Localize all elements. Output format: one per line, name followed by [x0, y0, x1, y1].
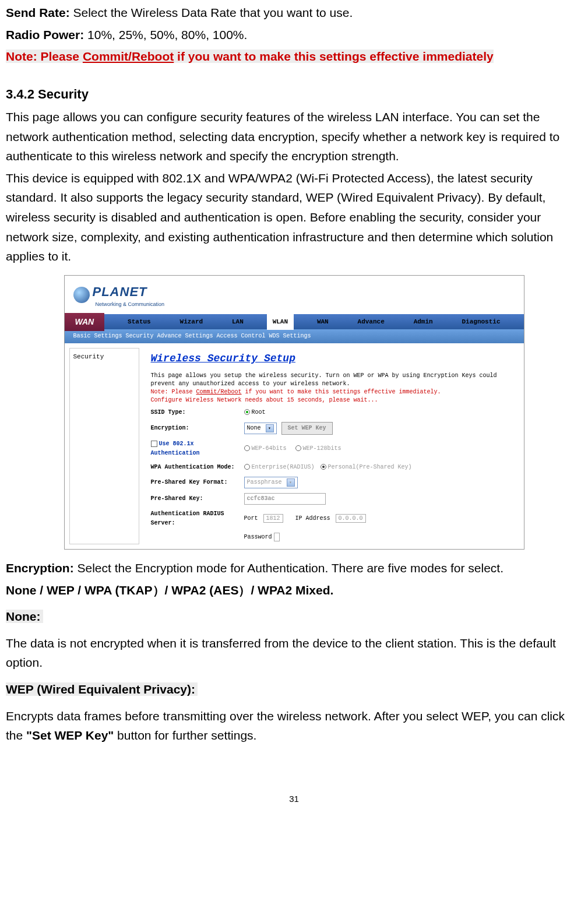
security-heading: 3.4.2 Security	[6, 84, 582, 104]
radio-icon[interactable]	[244, 464, 250, 470]
radio-power-line: Radio Power: 10%, 25%, 50%, 80%, 100%.	[6, 25, 582, 45]
brand-name: PLANET	[93, 281, 165, 302]
ssid-value: Root	[244, 408, 266, 417]
ssid-row: SSID Type: Root	[151, 408, 517, 417]
nav-status[interactable]: Status	[122, 314, 157, 330]
wpa-auth-row: WPA Authentication Mode: Enterprise(RADI…	[151, 463, 517, 472]
sidebar: Security	[69, 348, 139, 544]
wep-128: WEP-128bits	[295, 444, 341, 453]
nav-wan[interactable]: WAN	[311, 314, 335, 330]
none-text: The data is not encrypted when it is tra…	[6, 633, 582, 673]
enterprise-option: Enterprise(RADIUS)	[244, 463, 315, 472]
radio-icon[interactable]	[244, 409, 250, 415]
encryption-line: Encryption: Select the Encryption mode f…	[6, 558, 582, 578]
encryption-select[interactable]: None ▾	[244, 423, 277, 434]
nav-bar: WAN Status Wizard LAN WLAN WAN Advance A…	[65, 314, 524, 329]
wep-heading: WEP (Wired Equivalent Privacy):	[6, 680, 582, 699]
planet-logo: PLANET Networking & Communication	[73, 281, 165, 309]
note-suffix: if you want to make this settings effect…	[174, 50, 493, 63]
main-pane: Wireless Security Setup This page allows…	[144, 343, 524, 549]
radius-row: Authentication RADIUS Server: Port 1812 …	[151, 509, 517, 528]
psk-input[interactable]: ccfc83ac	[244, 493, 326, 505]
send-rate-line: Send Rate: Select the Wireless Data Rate…	[6, 3, 582, 23]
password-section: Password	[244, 533, 280, 542]
nav-items: Status Wizard LAN WLAN WAN Advance Admin…	[104, 314, 523, 330]
psk-fmt-label: Pre-Shared Key Format:	[151, 478, 244, 487]
encryption-modes: None / WEP / WPA (TKAP）/ WPA2 (AES）/ WPA…	[6, 580, 582, 600]
radio-icon[interactable]	[321, 464, 326, 470]
router-screenshot: PLANET Networking & Communication WAN St…	[64, 275, 524, 550]
wan-button[interactable]: WAN	[65, 313, 105, 330]
radio-icon[interactable]	[244, 445, 250, 451]
port-input[interactable]: 1812	[263, 514, 283, 523]
desc-warn: Configure Wireless Network needs about 1…	[151, 397, 378, 403]
nav-wizard[interactable]: Wizard	[174, 314, 209, 330]
note-prefix: Note: Please	[6, 50, 83, 63]
commit-note: Note: Please Commit/Reboot if you want t…	[6, 47, 582, 66]
nav-admin[interactable]: Admin	[408, 314, 439, 330]
psk-fmt-select[interactable]: Passphrase ▾	[244, 477, 298, 488]
brand-tagline: Networking & Communication	[96, 300, 165, 308]
radius-label: Authentication RADIUS Server:	[151, 509, 244, 528]
password-input[interactable]	[274, 533, 280, 541]
wep-text: Encrypts data frames before transmitting…	[6, 706, 582, 745]
desc-note: Note: Please Commit/Reboot if you want t…	[151, 389, 441, 395]
personal-option: Personal(Pre-Shared Key)	[321, 463, 412, 472]
globe-icon	[73, 287, 90, 303]
panel-desc: This page allows you setup the wireless …	[151, 372, 517, 404]
encryption-label: Encryption:	[151, 424, 244, 433]
psk-row: Pre-Shared Key: ccfc83ac	[151, 493, 517, 505]
panel-title: Wireless Security Setup	[151, 350, 517, 367]
radio-icon[interactable]	[295, 445, 301, 451]
checkbox-icon[interactable]	[151, 441, 157, 447]
desc1: This page allows you setup the wireless …	[151, 372, 497, 387]
wep-label: WEP (Wired Equivalent Privacy):	[6, 682, 198, 696]
note-link: Commit/Reboot	[83, 50, 174, 63]
encryption-row: Encryption: None ▾ Set WEP Key	[151, 422, 517, 435]
use-8021x-label: Use 802.1x Authentication	[151, 439, 244, 458]
send-rate-label: Send Rate:	[6, 6, 70, 19]
none-label: None:	[6, 610, 43, 623]
radio-power-label: Radio Power:	[6, 28, 84, 41]
encryption-text: Select the Encryption mode for Authentic…	[74, 561, 504, 575]
chevron-down-icon: ▾	[266, 424, 274, 432]
chevron-down-icon: ▾	[287, 478, 295, 487]
ip-input[interactable]: 0.0.0.0	[336, 514, 366, 523]
psk-label: Pre-Shared Key:	[151, 494, 244, 504]
none-heading: None:	[6, 607, 582, 627]
nav-advance[interactable]: Advance	[352, 314, 390, 330]
nav-wlan[interactable]: WLAN	[267, 314, 294, 330]
sidebar-security[interactable]: Security	[73, 352, 135, 362]
encryption-label: Encryption:	[6, 561, 74, 575]
page-number: 31	[6, 792, 582, 806]
send-rate-text: Select the Wireless Data Rate that you w…	[70, 6, 353, 19]
radio-power-text: 10%, 25%, 50%, 80%, 100%.	[84, 28, 247, 41]
security-para-2: This device is equipped with 802.1X and …	[6, 168, 582, 266]
set-wep-key-button[interactable]: Set WEP Key	[281, 422, 333, 435]
nav-lan[interactable]: LAN	[226, 314, 249, 330]
security-para-1: This page allows you can configure secur…	[6, 107, 582, 166]
psk-fmt-row: Pre-Shared Key Format: Passphrase ▾	[151, 477, 517, 488]
nav-diagnostic[interactable]: Diagnostic	[456, 314, 506, 330]
sub-tabs[interactable]: Basic Settings Security Advance Settings…	[65, 329, 524, 343]
port-section: Port 1812 IP Address 0.0.0.0	[244, 514, 366, 523]
wep-64: WEP-64bits	[244, 444, 287, 453]
wpa-auth-label: WPA Authentication Mode:	[151, 463, 244, 472]
content-area: Security Wireless Security Setup This pa…	[65, 343, 524, 549]
password-row: Password	[151, 533, 517, 542]
ssid-label: SSID Type:	[151, 408, 244, 417]
use-8021x-row: Use 802.1x Authentication WEP-64bits WEP…	[151, 439, 517, 458]
planet-header: PLANET Networking & Communication	[65, 276, 524, 315]
